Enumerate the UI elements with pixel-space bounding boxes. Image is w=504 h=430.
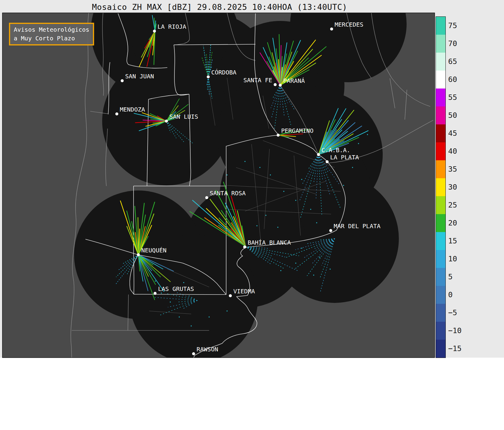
city-dot: [229, 294, 232, 297]
colorbar-segment: [436, 178, 445, 196]
city-dot: [274, 83, 277, 86]
colorbar-labels: 757065605550454035302520151050−5−10−15: [448, 16, 475, 357]
radar-speck: [352, 167, 353, 168]
city-label: SAN JUAN: [125, 73, 154, 80]
colorbar-segment: [436, 106, 445, 124]
radar-speck: [343, 185, 344, 186]
city-dot: [326, 160, 329, 163]
colorbar-tick-label: 65: [448, 57, 457, 66]
city-label: VIEDMA: [233, 288, 255, 295]
colorbar-segment: [436, 89, 445, 106]
colorbar-segment: [436, 268, 445, 286]
colorbar-segment: [436, 214, 445, 232]
city-label: CÓRDOBA: [211, 69, 236, 76]
radar-speck: [191, 325, 192, 326]
city-dot: [277, 134, 280, 137]
alert-line2: a Muy Corto Plazo: [14, 34, 89, 43]
colorbar-segment: [436, 250, 445, 268]
colorbar-segment: [436, 340, 445, 358]
colorbar-tick-label: 25: [448, 201, 457, 209]
radar-speck: [161, 292, 162, 293]
radar-speck: [256, 225, 257, 226]
city-dot: [115, 112, 118, 115]
colorbar-tick-label: 45: [448, 129, 457, 138]
colorbar-tick-label: 60: [448, 75, 457, 84]
colorbar-tick-label: 40: [448, 147, 457, 155]
colorbar-segment: [436, 304, 445, 322]
radar-speck: [226, 174, 227, 175]
colorbar-tick-label: −10: [448, 326, 462, 335]
city-dot: [205, 196, 208, 199]
colorbar-tick-label: 70: [448, 39, 457, 48]
radar-coverage-circle: [129, 235, 258, 363]
city-label: SANTA FE: [243, 77, 272, 84]
radar-speck: [310, 209, 311, 210]
radar-speck: [179, 316, 180, 317]
city-label: LA RIOJA: [157, 23, 186, 30]
colorbar-tick-label: 20: [448, 219, 457, 227]
radar-speck: [313, 275, 314, 275]
radar-speck: [226, 310, 227, 311]
colorbar-segment: [436, 17, 445, 35]
city-dot: [137, 253, 140, 256]
city-dot: [121, 79, 124, 82]
radar-speck: [319, 257, 320, 257]
city-label: BAHÍA BLANCA: [248, 239, 291, 246]
colorbar-tick-label: 55: [448, 93, 457, 102]
radar-speck: [277, 227, 278, 228]
colorbar-tick-label: −15: [448, 344, 462, 353]
colorbar-segment: [436, 35, 445, 53]
city-dot: [329, 229, 332, 232]
colorbar-segment: [436, 286, 445, 304]
colorbar-segment: [436, 322, 445, 340]
city-label: LAS GRUTAS: [158, 285, 194, 292]
colorbar-segment: [436, 71, 445, 89]
city-label: SAN LUIS: [169, 113, 198, 120]
colorbar-segment: [436, 53, 445, 71]
colorbar-tick-label: −5: [448, 308, 457, 317]
city-label: LA PLATA: [330, 154, 359, 161]
radar-speck: [358, 143, 359, 144]
city-dot: [165, 120, 168, 123]
radar-speck: [244, 161, 245, 162]
colorbar-tick-label: 10: [448, 254, 457, 263]
city-label: MAR DEL PLATA: [334, 222, 381, 230]
colorbar-tick-label: 30: [448, 183, 457, 191]
colorbar-tick-label: 0: [448, 290, 453, 299]
radar-speck: [270, 174, 271, 175]
alert-line1: Avisos Meteorológicos: [14, 25, 89, 34]
city-dot: [330, 28, 333, 31]
radar-speck: [283, 191, 284, 192]
radar-speck: [301, 248, 302, 248]
radar-speck: [295, 200, 296, 201]
city-dot: [243, 246, 246, 248]
city-dot: [153, 30, 156, 33]
radar-mosaic-page: Mosaico ZH MAX [dBZ] 29.08.2025 10:40HOA…: [0, 0, 504, 430]
colorbar-tick-label: 50: [448, 111, 457, 120]
city-dot: [317, 153, 320, 156]
city-dot: [207, 75, 210, 78]
colorbar-segment: [436, 124, 445, 142]
colorbar-segment: [436, 196, 445, 214]
radar-speck: [155, 280, 156, 281]
colorbar-tick-label: 15: [448, 237, 457, 245]
colorbar-segment: [436, 160, 445, 178]
radar-speck: [280, 270, 281, 271]
city-label: PARANÁ: [283, 77, 305, 84]
alert-overlay-box: Avisos Meteorológicos a Muy Corto Plazo: [9, 23, 94, 45]
city-label: C.A.B.A.: [321, 147, 350, 154]
colorbar-segment: [436, 142, 445, 160]
city-dot: [279, 84, 282, 87]
colorbar-tick-label: 35: [448, 165, 457, 173]
city-label: RAWSON: [197, 346, 218, 353]
city-label: MERCEDES: [335, 21, 363, 28]
colorbar-segment: [436, 232, 445, 250]
city-dot: [154, 292, 157, 295]
radar-map: LA RIOJAMERCEDESSAN JUANCÓRDOBASANTA FEP…: [0, 0, 504, 430]
radar-speck: [367, 134, 368, 135]
city-label: PERGAMINO: [281, 127, 313, 134]
radar-speck: [295, 263, 296, 263]
radar-speck: [330, 269, 330, 269]
radar-speck: [183, 282, 184, 283]
city-label: MENDOZA: [120, 106, 145, 113]
